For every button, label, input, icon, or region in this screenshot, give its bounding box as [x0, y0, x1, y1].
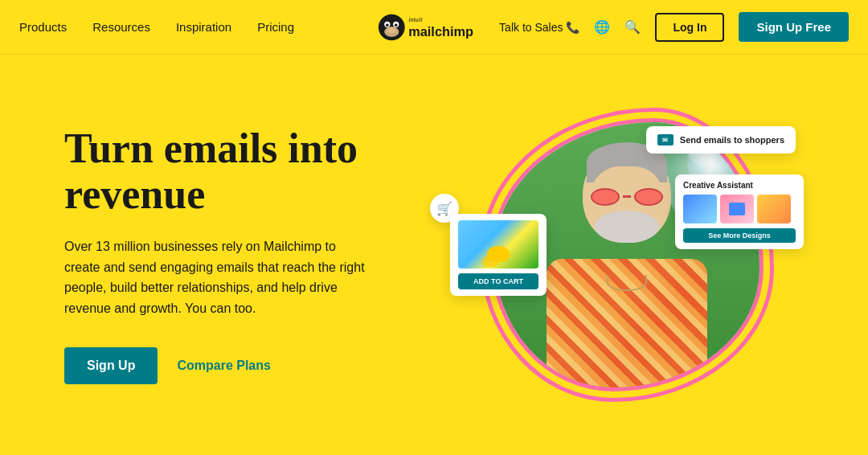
phone-icon: 📞	[566, 21, 579, 34]
product-image	[458, 220, 538, 268]
thumb-3	[757, 195, 791, 223]
nav-item-pricing[interactable]: Pricing	[257, 20, 294, 34]
signup-free-button[interactable]: Sign Up Free	[739, 12, 849, 42]
nav-item-resources[interactable]: Resources	[92, 20, 150, 34]
person-body	[547, 259, 707, 387]
hero-image: 🛒 ✉ Send emails to shoppers Creative Ass…	[450, 55, 804, 455]
thumb-1	[683, 195, 717, 223]
card-add-to-cart: ADD TO CART	[450, 214, 547, 296]
email-icon: ✉	[657, 134, 674, 146]
nav-item-products[interactable]: Products	[19, 20, 67, 34]
hero-text: Turn emails into revenue Over 13 million…	[64, 125, 450, 385]
compare-plans-link[interactable]: Compare Plans	[177, 359, 270, 373]
navbar: Products Resources Inspiration Pricing i…	[0, 0, 868, 55]
add-to-cart-button[interactable]: ADD TO CART	[458, 273, 538, 289]
talk-to-sales[interactable]: Talk to Sales 📞	[499, 21, 579, 34]
nav-item-inspiration[interactable]: Inspiration	[176, 20, 231, 34]
hero-description: Over 13 million businesses rely on Mailc…	[64, 236, 370, 318]
svg-point-6	[387, 27, 396, 33]
card-creative-assistant: Creative Assistant See More Designs	[675, 174, 804, 249]
hero-buttons: Sign Up Compare Plans	[64, 347, 450, 384]
login-button[interactable]: Log In	[655, 13, 724, 42]
card-send-emails: ✉ Send emails to shoppers	[646, 126, 796, 154]
nav-right: Talk to Sales 📞 🌐 🔍 Log In Sign Up Free	[499, 12, 849, 42]
sunglasses	[591, 188, 663, 206]
hero-signup-button[interactable]: Sign Up	[64, 347, 158, 384]
person-beard	[595, 211, 659, 243]
nav-left: Products Resources Inspiration Pricing	[19, 20, 294, 34]
thumb-2	[720, 195, 754, 223]
svg-point-4	[386, 23, 389, 27]
svg-text:mailchimp: mailchimp	[408, 23, 473, 38]
person-head	[583, 146, 671, 243]
see-more-designs-button[interactable]: See More Designs	[683, 228, 796, 243]
svg-point-5	[395, 23, 398, 27]
search-icon[interactable]: 🔍	[624, 19, 641, 35]
hero-title: Turn emails into revenue	[64, 125, 450, 217]
globe-icon[interactable]: 🌐	[594, 19, 610, 35]
hero-blob-container: 🛒 ✉ Send emails to shoppers Creative Ass…	[474, 102, 780, 408]
creative-thumbnails	[683, 195, 796, 223]
creative-assistant-title: Creative Assistant	[683, 181, 796, 190]
nav-logo[interactable]: intuit mailchimp	[375, 11, 492, 43]
svg-text:intuit: intuit	[408, 15, 423, 23]
hero-section: Turn emails into revenue Over 13 million…	[0, 55, 868, 455]
